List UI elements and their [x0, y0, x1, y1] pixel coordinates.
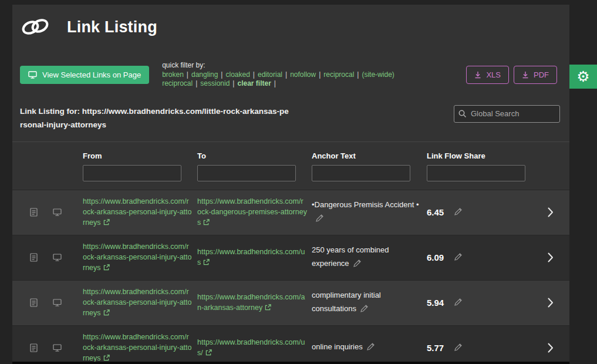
chevron-right-icon [548, 207, 554, 217]
filter-separator: | [285, 70, 287, 79]
anchor-text: online inquiries [312, 342, 363, 351]
external-link-icon[interactable] [103, 353, 110, 362]
from-link[interactable]: https://www.bradhendricks.com/rock-arkan… [83, 197, 192, 227]
to-link[interactable]: https://www.bradhendricks.com/us/ [197, 338, 305, 357]
document-icon[interactable] [21, 343, 46, 352]
quick-filter-sessionid[interactable]: sessionid [200, 79, 230, 87]
to-filter-input[interactable] [197, 165, 296, 181]
quick-filter-dangling[interactable]: dangling [191, 70, 218, 79]
filter-separator: | [319, 70, 321, 79]
toolbar: View Selected Links on Page quick filter… [12, 61, 569, 89]
monitor-icon [28, 71, 37, 79]
edit-anchor-icon[interactable] [360, 304, 369, 317]
chevron-right-icon [548, 298, 554, 308]
gear-icon: ⚙ [576, 68, 589, 85]
table-header: From To Anchor Text Link Flow Share [12, 142, 569, 190]
download-icon [522, 71, 529, 79]
to-link[interactable]: https://www.bradhendricks.com/us [197, 248, 305, 267]
expand-row-chevron[interactable] [525, 207, 569, 217]
external-link-icon[interactable] [103, 308, 110, 319]
to-link[interactable]: https://www.bradhendricks.com/an-arkansa… [197, 293, 305, 312]
external-link-icon[interactable] [203, 218, 210, 228]
monitor-icon[interactable] [46, 299, 68, 306]
quick-filter-editorial[interactable]: editorial [258, 70, 282, 79]
from-link[interactable]: https://www.bradhendricks.com/rock-arkan… [83, 288, 192, 317]
monitor-icon[interactable] [46, 254, 68, 261]
export-xls-button[interactable]: XLS [466, 66, 509, 84]
filter-separator: | [195, 79, 197, 87]
column-header-from: From [83, 151, 197, 165]
main-panel: Link Listing View Selected Links on Page… [12, 5, 569, 362]
to-link[interactable]: https://www.bradhendricks.com/rock-dange… [197, 197, 307, 227]
quick-filter-reciprocal[interactable]: reciprocal [323, 70, 354, 79]
table-row: https://www.bradhendricks.com/rock-arkan… [12, 190, 569, 235]
expand-row-chevron[interactable] [525, 298, 569, 308]
anchor-text-filter-input[interactable] [312, 165, 410, 181]
quick-filter-by-label: quick filter by: [162, 61, 205, 69]
anchor-text: •Dangerous Premisis Accident • [312, 200, 419, 209]
from-filter-input[interactable] [83, 165, 181, 181]
expand-row-chevron[interactable] [525, 252, 569, 262]
edit-anchor-icon[interactable] [367, 342, 375, 355]
monitor-icon[interactable] [46, 344, 68, 352]
link-flow-share-value: 6.45 [427, 207, 444, 217]
external-link-icon[interactable] [103, 263, 110, 274]
external-link-icon[interactable] [103, 218, 110, 228]
page-header: Link Listing [12, 5, 569, 41]
edit-share-icon[interactable] [454, 207, 463, 217]
document-icon[interactable] [21, 208, 46, 217]
bottom-strip [12, 362, 569, 364]
page-title: Link Listing [67, 18, 157, 36]
column-header-anchor-text: Anchor Text [312, 151, 427, 165]
table-row: https://www.bradhendricks.com/rock-arkan… [12, 280, 569, 325]
edit-share-icon[interactable] [454, 343, 463, 353]
anchor-text: complimentary initial consultations [312, 291, 381, 313]
link-flow-share-value: 5.94 [427, 298, 444, 308]
table-row: https://www.bradhendricks.com/rock-arkan… [12, 325, 569, 362]
edit-anchor-icon[interactable] [353, 258, 362, 272]
view-selected-links-label: View Selected Links on Page [42, 70, 141, 79]
quick-filters: quick filter by: broken|dangling|cloaked… [162, 61, 409, 89]
export-pdf-button[interactable]: PDF [514, 66, 557, 84]
listing-for-label: Link Listing for: [20, 107, 80, 116]
anchor-text: 250 years of combined experience [312, 245, 389, 268]
chevron-right-icon [548, 252, 554, 262]
column-header-link-flow-share: Link Flow Share [427, 151, 525, 165]
quick-filter-nofollow[interactable]: nofollow [290, 70, 316, 79]
filter-separator: | [187, 70, 188, 79]
link-flow-share-value: 6.09 [427, 252, 444, 262]
link-flow-share-value: 5.77 [427, 343, 444, 353]
edit-anchor-icon[interactable] [316, 213, 324, 227]
listing-for-text: Link Listing for: https://www.bradhendri… [20, 105, 290, 132]
global-search-input[interactable] [454, 105, 560, 123]
subheader: Link Listing for: https://www.bradhendri… [12, 105, 569, 132]
filter-separator: | [253, 70, 255, 79]
external-link-icon[interactable] [203, 258, 210, 268]
export-xls-label: XLS [486, 70, 501, 79]
quick-filter-clear-filter[interactable]: clear filter [237, 79, 271, 87]
external-link-icon[interactable] [265, 303, 271, 314]
quick-filter-broken[interactable]: broken [162, 70, 184, 79]
expand-row-chevron[interactable] [525, 343, 569, 353]
monitor-icon[interactable] [46, 208, 68, 216]
table-row: https://www.bradhendricks.com/rock-arkan… [12, 235, 569, 280]
global-search [454, 105, 560, 123]
filter-separator: | [274, 79, 276, 87]
export-pdf-label: PDF [534, 70, 549, 79]
export-buttons: XLS PDF [466, 66, 557, 84]
external-link-icon[interactable] [205, 348, 212, 359]
edit-share-icon[interactable] [454, 252, 463, 262]
from-link[interactable]: https://www.bradhendricks.com/rock-arkan… [83, 333, 192, 362]
quick-filter-cloaked[interactable]: cloaked [225, 70, 249, 79]
filter-separator: | [232, 79, 234, 87]
link-flow-share-filter-input[interactable] [427, 165, 525, 181]
document-icon[interactable] [21, 298, 46, 307]
from-link[interactable]: https://www.bradhendricks.com/rock-arkan… [83, 242, 192, 272]
view-selected-links-button[interactable]: View Selected Links on Page [20, 66, 149, 84]
chevron-right-icon [548, 343, 554, 353]
filter-separator: | [221, 70, 222, 79]
document-icon[interactable] [21, 253, 46, 262]
edit-share-icon[interactable] [454, 298, 463, 308]
settings-button[interactable]: ⚙ [569, 65, 597, 89]
chain-links-logo-icon [20, 13, 50, 41]
